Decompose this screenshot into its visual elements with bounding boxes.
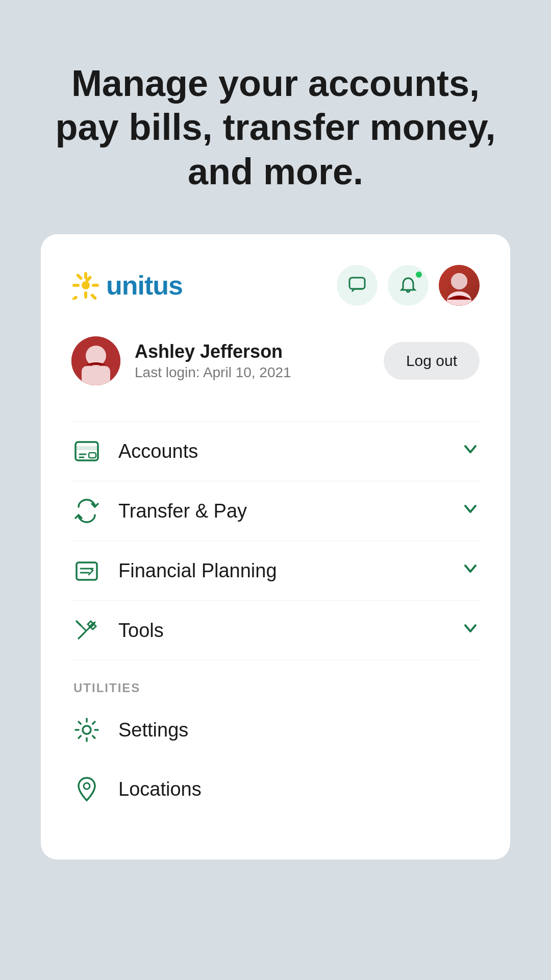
- accounts-chevron: [461, 440, 480, 462]
- svg-rect-17: [76, 446, 98, 450]
- logo: unitus: [71, 270, 183, 301]
- user-avatar-image: [71, 336, 120, 385]
- svg-rect-3: [72, 284, 80, 287]
- hero-headline: Manage your accounts, pay bills, transfe…: [41, 61, 510, 193]
- financial-label: Financial Planning: [118, 560, 455, 582]
- unitus-logo-icon: [71, 271, 100, 300]
- svg-rect-15: [82, 366, 110, 385]
- main-menu: Accounts Transfer & Pay: [71, 421, 480, 660]
- transfer-label: Transfer & Pay: [118, 500, 455, 522]
- svg-rect-21: [77, 562, 97, 580]
- menu-item-locations[interactable]: Locations: [71, 760, 480, 819]
- svg-line-26: [77, 621, 81, 625]
- financial-chevron: [461, 559, 480, 582]
- menu-item-settings[interactable]: Settings: [71, 700, 480, 760]
- menu-item-transfer[interactable]: Transfer & Pay: [71, 481, 480, 541]
- nav-avatar: [439, 265, 480, 306]
- tools-icon: [71, 615, 102, 646]
- svg-rect-4: [92, 284, 99, 287]
- navbar: unitus: [71, 265, 480, 306]
- bell-button[interactable]: [388, 265, 429, 306]
- svg-point-12: [451, 273, 467, 289]
- user-last-login: Last login: April 10, 2021: [135, 364, 291, 381]
- transfer-chevron: [461, 500, 480, 522]
- menu-item-accounts[interactable]: Accounts: [71, 421, 480, 481]
- svg-point-0: [82, 281, 90, 289]
- svg-point-27: [83, 726, 91, 734]
- logout-button[interactable]: Log out: [384, 342, 480, 380]
- locations-label: Locations: [118, 778, 480, 800]
- logo-text: unitus: [106, 270, 183, 301]
- chat-button[interactable]: [337, 265, 378, 306]
- tools-chevron: [461, 619, 480, 642]
- tools-label: Tools: [118, 620, 455, 642]
- user-section: Ashley Jefferson Last login: April 10, 2…: [71, 336, 480, 385]
- user-details: Ashley Jefferson Last login: April 10, 2…: [135, 341, 291, 381]
- user-info: Ashley Jefferson Last login: April 10, 2…: [71, 336, 291, 385]
- location-icon: [71, 774, 102, 804]
- planning-icon: [71, 555, 102, 586]
- notification-dot: [414, 270, 423, 279]
- user-name: Ashley Jefferson: [135, 341, 291, 362]
- menu-item-tools[interactable]: Tools: [71, 601, 480, 660]
- settings-label: Settings: [118, 719, 480, 741]
- utilities-section: UTILITIES Settings Locations: [71, 681, 480, 819]
- profile-avatar-button[interactable]: [439, 265, 480, 306]
- svg-rect-5: [76, 273, 83, 280]
- nav-avatar-icon: [439, 265, 480, 306]
- main-card: unitus: [41, 234, 510, 860]
- accounts-icon: [71, 436, 102, 467]
- svg-rect-8: [90, 293, 97, 300]
- nav-icons-group: [337, 265, 480, 306]
- svg-rect-2: [84, 291, 87, 299]
- svg-line-24: [79, 632, 85, 639]
- svg-rect-7: [71, 296, 78, 300]
- svg-rect-1: [84, 272, 87, 279]
- accounts-label: Accounts: [118, 440, 455, 462]
- svg-rect-9: [349, 278, 365, 289]
- menu-item-financial[interactable]: Financial Planning: [71, 541, 480, 601]
- utilities-label: UTILITIES: [71, 681, 480, 695]
- chat-icon: [348, 276, 366, 295]
- svg-rect-20: [89, 453, 96, 458]
- hero-section: Manage your accounts, pay bills, transfe…: [0, 0, 551, 234]
- transfer-icon: [71, 496, 102, 526]
- bell-icon: [399, 276, 417, 295]
- svg-point-28: [84, 783, 90, 789]
- settings-icon: [71, 715, 102, 745]
- user-avatar: [71, 336, 120, 385]
